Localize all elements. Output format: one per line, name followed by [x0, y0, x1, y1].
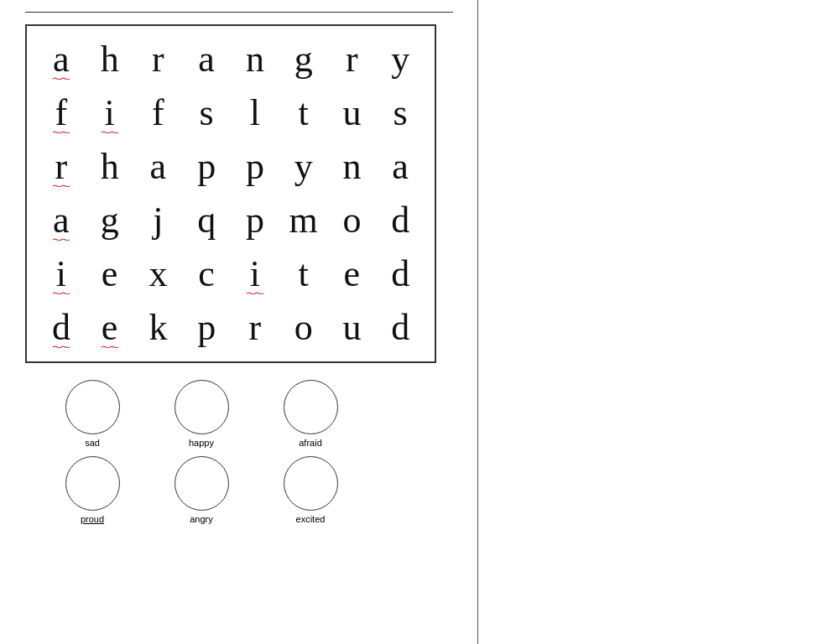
grid-cell-4-5: t: [279, 247, 328, 299]
grid-cell-4-4: i: [231, 247, 279, 299]
word-grid: ahrangryfifsltusrhappynaagjqpmodiexcited…: [25, 24, 436, 363]
grid-cell-0-3: a: [182, 33, 231, 85]
feeling-circle-sad: [65, 380, 120, 434]
grid-cell-0-1: h: [86, 33, 134, 85]
feeling-circle-happy: [175, 380, 229, 434]
feeling-item-happy: happy: [159, 380, 243, 448]
feeling-circle-proud: [65, 456, 120, 511]
feelings-row-1: sadhappyafraid: [50, 380, 453, 448]
feeling-item-sad: sad: [50, 380, 134, 448]
grid-cell-4-2: x: [134, 247, 183, 299]
grid-cell-0-0: a: [37, 33, 86, 85]
grid-row-3: agjqpmod: [37, 194, 425, 246]
grid-cell-2-7: a: [376, 140, 425, 192]
grid-cell-4-1: e: [86, 247, 134, 299]
grid-row-0: ahrangry: [37, 33, 425, 85]
grid-cell-4-7: d: [376, 247, 425, 299]
grid-row-2: rhappyna: [37, 140, 425, 192]
images-section: sadhappyafraid proudangryexcited: [25, 380, 453, 524]
grid-cell-1-4: l: [231, 86, 279, 138]
grid-row-5: dekproud: [37, 301, 425, 353]
grid-cell-3-2: j: [134, 194, 183, 246]
grid-cell-1-1: i: [86, 86, 134, 138]
feeling-item-proud: proud: [50, 456, 134, 524]
grid-cell-5-0: d: [37, 301, 86, 353]
grid-cell-0-7: y: [376, 33, 425, 85]
grid-cell-0-4: n: [231, 33, 279, 85]
grid-cell-1-3: s: [182, 86, 231, 138]
grid-cell-5-5: o: [279, 301, 328, 353]
grid-cell-2-2: a: [134, 140, 183, 192]
grid-row-4: iexcited: [37, 247, 425, 299]
grid-cell-3-0: a: [37, 194, 86, 246]
feeling-circle-excited: [284, 456, 338, 511]
grid-cell-1-2: f: [134, 86, 183, 138]
grid-cell-3-4: p: [231, 194, 279, 246]
feeling-label-proud: proud: [81, 514, 104, 524]
grid-cell-3-7: d: [376, 194, 425, 246]
grid-cell-1-7: s: [376, 86, 425, 138]
feelings-row-2: proudangryexcited: [50, 456, 453, 524]
feeling-label-angry: angry: [190, 514, 213, 524]
feeling-item-angry: angry: [159, 456, 243, 524]
feeling-label-afraid: afraid: [299, 438, 322, 448]
grid-cell-0-6: r: [328, 33, 377, 85]
grid-cell-1-6: u: [328, 86, 377, 138]
feeling-item-afraid: afraid: [268, 380, 352, 448]
grid-cell-2-4: p: [231, 140, 279, 192]
feeling-label-sad: sad: [85, 438, 100, 448]
feeling-circle-angry: [175, 456, 229, 511]
grid-cell-3-3: q: [182, 194, 231, 246]
grid-cell-5-7: d: [376, 301, 425, 353]
grid-cell-5-4: r: [231, 301, 279, 353]
grid-cell-3-5: m: [279, 194, 328, 246]
grid-cell-0-2: r: [134, 33, 183, 85]
feeling-label-happy: happy: [189, 438, 214, 448]
grid-cell-2-1: h: [86, 140, 134, 192]
grid-row-1: fifsltus: [37, 86, 425, 138]
grid-cell-4-0: i: [37, 247, 86, 299]
grid-cell-2-0: r: [37, 140, 86, 192]
feeling-item-excited: excited: [268, 456, 352, 524]
grid-cell-4-3: c: [182, 247, 231, 299]
grid-cell-2-6: n: [328, 140, 377, 192]
grid-cell-1-0: f: [37, 86, 86, 138]
grid-cell-2-5: y: [279, 140, 328, 192]
grid-cell-0-5: g: [279, 33, 328, 85]
grid-cell-5-1: e: [86, 301, 134, 353]
grid-cell-3-1: g: [86, 194, 134, 246]
grid-cell-4-6: e: [328, 247, 377, 299]
page-divider: [477, 0, 478, 644]
feeling-label-excited: excited: [296, 514, 326, 524]
page-title: [25, 8, 453, 13]
grid-cell-5-6: u: [328, 301, 377, 353]
grid-cell-3-6: o: [328, 194, 377, 246]
feeling-circle-afraid: [284, 380, 338, 434]
grid-cell-5-3: p: [182, 301, 231, 353]
grid-cell-5-2: k: [134, 301, 183, 353]
grid-cell-2-3: p: [182, 140, 231, 192]
grid-cell-1-5: t: [279, 86, 328, 138]
